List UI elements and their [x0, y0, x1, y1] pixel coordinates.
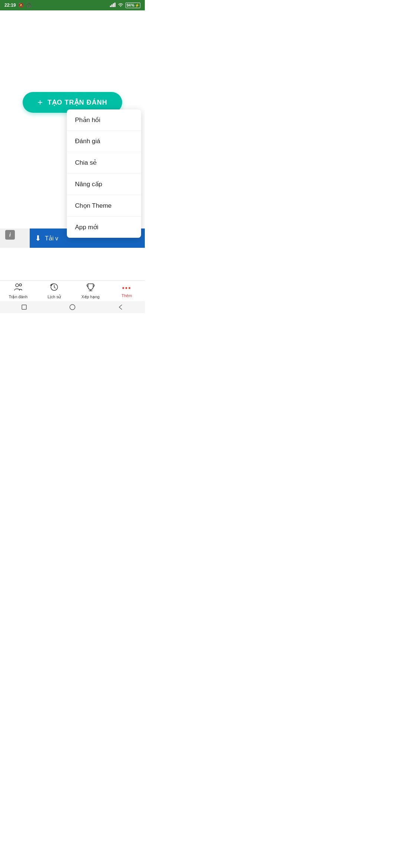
plus-icon: +	[38, 98, 43, 107]
nav-label-them: Thêm	[121, 293, 132, 298]
status-right: 94 % ⚡	[110, 3, 140, 8]
nav-item-them[interactable]: ••• Thêm	[109, 285, 145, 298]
charging-icon: ⚡	[135, 3, 139, 7]
system-nav-bar	[0, 301, 145, 313]
svg-point-9	[70, 305, 75, 310]
history-icon	[50, 283, 58, 293]
svg-rect-3	[114, 3, 115, 7]
svg-rect-8	[22, 305, 26, 309]
status-bar: 22:19 🔕 🎧 94 % ⚡	[0, 0, 145, 10]
svg-point-5	[16, 284, 19, 287]
nav-circle-button[interactable]	[66, 301, 78, 313]
download-label: Tải v	[45, 235, 58, 242]
nav-label-tran-danh: Trận đánh	[9, 295, 27, 299]
battery-indicator: 94 % ⚡	[125, 3, 140, 8]
svg-point-6	[19, 284, 22, 286]
battery-level: 94	[127, 3, 131, 7]
bottom-nav: Trận đánh Lịch sử Xếp hạng ••• Thê	[0, 280, 145, 301]
mute-icon: 🔕	[18, 3, 24, 8]
svg-rect-0	[110, 6, 111, 7]
info-icon[interactable]: i	[5, 230, 15, 240]
nav-square-button[interactable]	[18, 301, 30, 313]
menu-item-chon-theme[interactable]: Chọn Theme	[67, 195, 141, 217]
nav-label-lich-su: Lịch sử	[48, 295, 61, 299]
svg-rect-2	[113, 3, 114, 7]
headphone-icon: 🎧	[26, 3, 32, 8]
svg-point-4	[120, 6, 121, 7]
nav-item-lich-su[interactable]: Lịch sử	[36, 283, 73, 299]
time-display: 22:19	[4, 3, 16, 8]
trophy-icon	[87, 283, 95, 293]
dots-icon: •••	[122, 285, 131, 292]
menu-item-danh-gia[interactable]: Đánh giá	[67, 131, 141, 152]
menu-item-chia-se[interactable]: Chia sẻ	[67, 152, 141, 174]
nav-item-tran-danh[interactable]: Trận đánh	[0, 283, 36, 299]
wifi-icon	[118, 3, 124, 8]
menu-item-phan-hoi[interactable]: Phản hồi	[67, 109, 141, 131]
nav-item-xep-hang[interactable]: Xếp hạng	[72, 283, 109, 299]
nav-label-xep-hang: Xếp hạng	[81, 295, 100, 299]
nav-back-button[interactable]	[115, 301, 127, 313]
status-left: 22:19 🔕 🎧	[4, 3, 32, 8]
partial-left-bg	[0, 228, 30, 248]
menu-item-app-moi[interactable]: App mới	[67, 217, 141, 238]
people-icon	[14, 283, 23, 293]
main-content: + TẠO TRẬN ĐÁNH Phản hồi Đánh giá Chia s…	[0, 10, 145, 280]
svg-rect-1	[111, 4, 113, 7]
create-battle-label: TẠO TRẬN ĐÁNH	[48, 98, 107, 106]
download-icon: ⬇	[35, 234, 41, 243]
menu-item-nang-cap[interactable]: Nâng cấp	[67, 174, 141, 195]
dropdown-menu: Phản hồi Đánh giá Chia sẻ Nâng cấp Chọn …	[67, 109, 141, 238]
battery-percent: %	[131, 3, 134, 7]
signal-icon	[110, 3, 116, 8]
